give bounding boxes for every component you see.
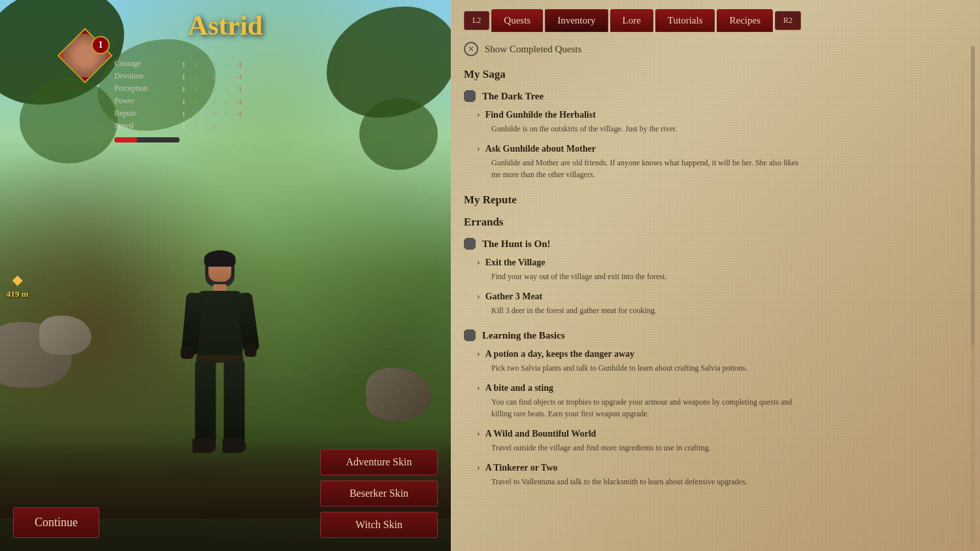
quest-item-desc-exit-village: Find your way out of the village and exi… xyxy=(491,271,805,282)
quest-item-ask-gunhilde: › Ask Gunhilde about Mother Gunhilde and… xyxy=(477,144,960,180)
stat-base-devotion: 1 xyxy=(177,73,190,80)
stat-base-power: 1 xyxy=(177,97,190,105)
quest-icon-hunt xyxy=(464,238,476,250)
distance-text: 419 m xyxy=(7,289,29,299)
quest-item-wild-world: › A Wild and Bountiful World Travel outs… xyxy=(477,429,960,454)
content-area[interactable]: ✕ Show Completed Quests My Saga The Dark… xyxy=(451,32,980,544)
chevron-icon-3: › xyxy=(477,258,480,268)
quest-item-desc-find-gunhilde: Gunhilde is on the outskirts of the vill… xyxy=(491,123,805,135)
quest-item-name-exit-village: Exit the Village xyxy=(485,258,546,268)
quest-item-name-potion: A potion a day, keeps the danger away xyxy=(485,349,634,359)
stat-sep-perception: = xyxy=(225,85,229,93)
health-bar xyxy=(114,137,137,142)
tab-quests[interactable]: Quests xyxy=(491,9,543,32)
stat-bonus-repute: -1 xyxy=(233,110,246,118)
show-completed-row: ✕ Show Completed Quests xyxy=(464,42,960,56)
quest-item-exit-village: › Exit the Village Find your way out of … xyxy=(477,258,960,282)
stat-plus-devotion: + xyxy=(194,73,204,80)
quest-item-tinkerer: › A Tinkerer or Two Travel to Vallentuna… xyxy=(477,463,960,488)
chevron-icon-7: › xyxy=(477,429,480,439)
tab-lore[interactable]: Lore xyxy=(610,9,653,32)
tab-recipes[interactable]: Recipes xyxy=(717,9,772,32)
chevron-icon-8: › xyxy=(477,463,480,473)
stat-val-devotion: 0 xyxy=(208,73,221,80)
stat-name-speed: Speed xyxy=(114,121,173,131)
l2-button[interactable]: L2 xyxy=(464,11,489,30)
stat-plus-speed: + xyxy=(194,122,204,130)
stat-name-repute: Repute xyxy=(114,109,173,118)
character-silhouette xyxy=(165,250,276,499)
stat-sep-power: = xyxy=(225,97,229,105)
beserker-skin-button[interactable]: Beserker Skin xyxy=(320,480,438,507)
stat-perception: Perception 1 + 0 = -1 xyxy=(114,84,246,93)
right-panel: L2 Quests Inventory Lore Tutorials Recip… xyxy=(451,0,980,551)
stat-sep-courage: = xyxy=(225,60,229,68)
quest-item-title-exit-village: › Exit the Village xyxy=(477,258,960,268)
stat-power: Power 1 + 0 = -1 xyxy=(114,96,246,106)
stat-name-power: Power xyxy=(114,96,173,106)
health-bar-container xyxy=(114,137,180,142)
quest-item-title-gather-meat: › Gather 3 Meat xyxy=(477,292,960,302)
quest-item-title-wild-world: › A Wild and Bountiful World xyxy=(477,429,960,439)
stat-repute: Repute 1 + 0 = -1 xyxy=(114,109,246,118)
section-my-saga: My Saga xyxy=(464,68,960,81)
stat-name-courage: Courage xyxy=(114,59,173,69)
show-completed-toggle[interactable]: ✕ xyxy=(464,42,478,56)
quest-item-potion: › A potion a day, keeps the danger away … xyxy=(477,349,960,374)
chevron-icon-5: › xyxy=(477,349,480,359)
quest-item-name-wild-world: A Wild and Bountiful World xyxy=(485,429,596,439)
quest-icon-dark-tree xyxy=(464,90,476,102)
quest-item-desc-ask-gunhilde: Gunhilde and Mother are old friends. If … xyxy=(491,157,805,180)
quest-title-dark-tree: The Dark Tree xyxy=(464,90,960,102)
stat-plus-courage: + xyxy=(194,60,204,68)
quest-item-desc-gather-meat: Kill 3 deer in the forest and gather mea… xyxy=(491,305,805,316)
continue-button[interactable]: Continue xyxy=(13,507,99,538)
quest-group-hunt: The Hunt is On! › Exit the Village Find … xyxy=(464,238,960,316)
quest-name-hunt: The Hunt is On! xyxy=(482,239,551,250)
stat-plus-repute: + xyxy=(194,110,204,118)
adventure-skin-button[interactable]: Adventure Skin xyxy=(320,449,438,475)
quest-item-desc-potion: Pick two Salvia plants and talk to Gunhi… xyxy=(491,362,805,374)
r2-button[interactable]: R2 xyxy=(775,11,801,30)
tab-inventory[interactable]: Inventory xyxy=(545,9,608,32)
stat-base-perception: 1 xyxy=(177,85,190,93)
quest-item-name-gather-meat: Gather 3 Meat xyxy=(485,292,543,302)
quest-item-bite-sting: › A bite and a sting You can find object… xyxy=(477,383,960,420)
level-badge: 1 xyxy=(91,36,110,54)
quest-item-desc-wild-world: Travel outside the village and find more… xyxy=(491,442,805,454)
quest-item-name-tinkerer: A Tinkerer or Two xyxy=(485,463,558,473)
quest-item-name-bite-sting: A bite and a sting xyxy=(485,383,553,393)
stat-speed: Speed 1 + 0 xyxy=(114,121,246,131)
quest-item-title-tinkerer: › A Tinkerer or Two xyxy=(477,463,960,473)
chevron-icon-4: › xyxy=(477,292,480,302)
show-completed-label: Show Completed Quests xyxy=(485,44,581,55)
quest-item-gather-meat: › Gather 3 Meat Kill 3 deer in the fores… xyxy=(477,292,960,316)
stat-bonus-devotion: -1 xyxy=(233,73,246,80)
left-panel: Astrid 1 Courage 1 + 0 = -1 Devotion 1 +… xyxy=(0,0,451,551)
quest-name-basics: Learning the Basics xyxy=(482,330,565,341)
stat-sep-devotion: = xyxy=(225,73,229,80)
stats-panel: Courage 1 + 0 = -1 Devotion 1 + 0 = -1 P… xyxy=(114,59,246,139)
quest-item-title-ask-gunhilde: › Ask Gunhilde about Mother xyxy=(477,144,960,154)
section-errands: Errands xyxy=(464,216,960,229)
foliage-5 xyxy=(359,98,438,170)
witch-skin-button[interactable]: Witch Skin xyxy=(320,512,438,538)
stat-bonus-courage: -1 xyxy=(233,60,246,68)
quest-icon-basics xyxy=(464,329,476,341)
quest-item-find-gunhilde: › Find Gunhilde the Herbalist Gunhilde i… xyxy=(477,110,960,135)
stat-val-repute: 0 xyxy=(208,110,221,118)
chevron-icon-1: › xyxy=(477,110,480,120)
stat-val-speed: 0 xyxy=(208,122,221,130)
quest-title-hunt: The Hunt is On! xyxy=(464,238,960,250)
stat-bonus-power: -1 xyxy=(233,97,246,105)
stat-name-devotion: Devotion xyxy=(114,71,173,81)
stat-devotion: Devotion 1 + 0 = -1 xyxy=(114,71,246,81)
stat-courage: Courage 1 + 0 = -1 xyxy=(114,59,246,69)
distance-indicator: 419 m xyxy=(7,276,29,299)
stat-val-courage: 0 xyxy=(208,60,221,68)
stat-base-repute: 1 xyxy=(177,110,190,118)
tab-tutorials[interactable]: Tutorials xyxy=(655,9,715,32)
quest-item-desc-bite-sting: You can find objects or trophies to upgr… xyxy=(491,396,805,420)
top-hud: Astrid 1 Courage 1 + 0 = -1 Devotion 1 +… xyxy=(0,0,451,58)
quest-item-name-ask-gunhilde: Ask Gunhilde about Mother xyxy=(485,144,596,154)
